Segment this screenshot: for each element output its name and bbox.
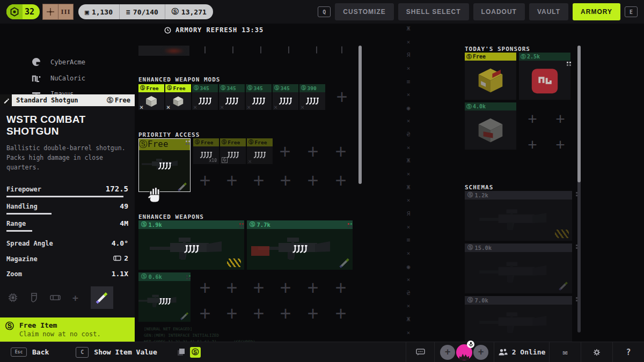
- tag-badge: G: [222, 157, 228, 163]
- add-attachment-icon[interactable]: +: [72, 292, 78, 304]
- currency-pill: ▣ 1,130 ≡ 70/140 Ⓢ 13,271: [78, 4, 213, 19]
- credits-icon: Ⓢ: [140, 85, 145, 92]
- priority-featured-tile[interactable]: ⓈFree: [138, 138, 191, 192]
- tab-vault[interactable]: VAULT: [529, 3, 568, 20]
- credits-toggle-badge[interactable]: Ⓢ: [190, 347, 201, 358]
- right-scrollbar-thumb[interactable]: [577, 46, 581, 182]
- decor-glyph: ×: [407, 145, 411, 151]
- add-party-member-button[interactable]: +: [440, 345, 455, 360]
- decor-glyph: Ж: [407, 184, 411, 190]
- decor-glyph: ◉: [407, 105, 411, 111]
- mail-icon: ✉: [562, 348, 567, 357]
- back-button[interactable]: Back: [32, 348, 49, 356]
- currency-panel: ▣ 1,130: [78, 4, 119, 19]
- gray-crate-image: [474, 115, 507, 146]
- dismiss-icon[interactable]: ×: [140, 104, 143, 110]
- weapon-card[interactable]: Ⓢ0.6k: [138, 272, 191, 322]
- mod-tile[interactable]: Ⓢ390 ×: [299, 84, 325, 110]
- scrolled-item-tile[interactable]: [138, 46, 189, 56]
- list-icon: ≡: [126, 8, 130, 16]
- empty-slot-mark: +: [279, 142, 290, 161]
- stat-bar: [6, 230, 128, 232]
- schema-card[interactable]: Ⓢ7.0k: [465, 296, 572, 342]
- center-scrollbar[interactable]: [358, 46, 362, 184]
- sidebar-item-cyberacme[interactable]: CyberAcme: [31, 57, 85, 67]
- sponsor-tile[interactable]: Ⓢ2.5k: [519, 53, 570, 100]
- schema-card[interactable]: Ⓢ15.0k: [465, 243, 572, 293]
- chat-button[interactable]: [406, 342, 434, 362]
- empty-slot-mark: +: [226, 278, 237, 298]
- section-title: TODAY'S SPONSORS: [465, 46, 530, 53]
- priority-tile[interactable]: ⓈFree ×: [247, 138, 273, 164]
- weapon-card[interactable]: Ⓢ1.9k: [138, 220, 244, 270]
- decor-glyph: ×: [407, 224, 411, 230]
- mod-tile[interactable]: ⓈFree ×: [138, 84, 164, 110]
- sidebar-item-nucaloric[interactable]: NuCaloric: [31, 75, 85, 82]
- decor-glyph: Ж: [407, 26, 411, 32]
- dismiss-icon[interactable]: ×: [247, 104, 251, 110]
- add-party-member-button[interactable]: +: [473, 345, 488, 360]
- decor-glyph: ×: [407, 330, 411, 336]
- claw-icon: [158, 298, 171, 306]
- decor-glyph: ₴: [407, 290, 411, 296]
- dismiss-icon[interactable]: ×: [193, 104, 197, 110]
- currency-value: 13,271: [181, 8, 207, 16]
- claw-icon: [292, 245, 308, 254]
- sponsor-name: CyberAcme: [50, 58, 85, 66]
- mail-button[interactable]: ✉: [549, 342, 581, 362]
- clock-icon: [164, 27, 171, 34]
- player-level-pill[interactable]: 32: [6, 4, 40, 19]
- dismiss-icon[interactable]: ×: [274, 104, 277, 110]
- rank-box[interactable]: III: [42, 4, 74, 20]
- dismiss-icon[interactable]: ×: [166, 104, 170, 110]
- priority-tile[interactable]: ⓈFree x10: [193, 138, 219, 164]
- tab-loadout[interactable]: LOADOUT: [473, 3, 525, 20]
- stat-value: 4.0°: [112, 239, 128, 247]
- hand-cursor-icon: [148, 186, 163, 203]
- mod-tile[interactable]: ⓈFree ×: [165, 84, 191, 110]
- extended-mag-icon[interactable]: [30, 292, 38, 303]
- credits-icon: Ⓢ: [247, 85, 253, 92]
- show-item-value-button[interactable]: Show Item Value: [94, 348, 157, 356]
- empty-slot-mark: +: [253, 278, 264, 298]
- chip-icon[interactable]: [8, 292, 18, 303]
- red-cube-image: [529, 65, 561, 96]
- item-detail-card: Standard Shotgun Ⓢ Free WSTR COMBAT SHOT…: [0, 94, 135, 362]
- tab-customize[interactable]: CUSTOMIZE: [335, 3, 393, 20]
- stat-label: Spread Angle: [6, 240, 53, 247]
- mod-tile[interactable]: Ⓢ345 ×: [273, 84, 298, 110]
- stock-icon[interactable]: [49, 293, 61, 302]
- mod-tile[interactable]: Ⓢ345 ×: [219, 84, 245, 110]
- dismiss-icon[interactable]: ×: [220, 104, 224, 110]
- help-button[interactable]: ?: [612, 342, 644, 362]
- knife-attachment-slot[interactable]: [91, 286, 113, 309]
- cyberacme-icon: [31, 57, 41, 67]
- hazard-stripes: [227, 258, 241, 267]
- stat-value: 172.5: [106, 184, 128, 193]
- settings-button[interactable]: [581, 342, 612, 362]
- tab-armory[interactable]: ARMORY: [573, 3, 620, 20]
- gear-icon: [592, 348, 601, 357]
- currency-credits: Ⓢ 13,271: [165, 4, 213, 19]
- weapon-card[interactable]: Ⓢ7.7k: [247, 220, 353, 270]
- empty-slot-mark: [260, 47, 261, 54]
- dismiss-icon[interactable]: ×: [301, 104, 304, 110]
- sponsor-tile[interactable]: ⓈFree: [465, 53, 516, 100]
- avatar[interactable]: [456, 344, 472, 360]
- sponsor-tile[interactable]: Ⓢ4.0k: [465, 102, 516, 150]
- online-status: 2 Online: [494, 342, 549, 362]
- credits-icon: Ⓢ: [172, 7, 179, 17]
- stat-value: 1.1X: [112, 270, 128, 278]
- stat-label: Range: [6, 220, 26, 227]
- claw-icon: [279, 97, 292, 106]
- schema-card[interactable]: Ⓢ1.2k: [465, 191, 572, 241]
- decor-glyph: ×: [407, 303, 411, 309]
- credits-icon: Ⓢ: [222, 139, 227, 146]
- tab-shell-select[interactable]: SHELL SELECT: [398, 3, 469, 20]
- mod-tile[interactable]: Ⓢ345 ×: [192, 84, 218, 110]
- currency-value: 1,130: [92, 8, 113, 16]
- empty-slot-mark: +: [226, 171, 237, 190]
- armory-refresh: ARMORY REFRESH 13:35: [164, 26, 264, 34]
- mod-tile[interactable]: Ⓢ345 ×: [246, 84, 272, 110]
- priority-tile[interactable]: ⓈFree G: [220, 138, 246, 164]
